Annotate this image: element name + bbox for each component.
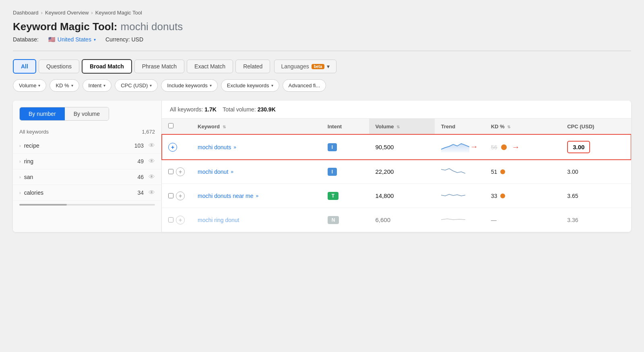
sort-icon[interactable]: ⇅ — [507, 125, 510, 129]
sidebar-item-recipe[interactable]: › recipe 103 👁 — [13, 138, 161, 154]
chevron-right-icon: › — [19, 143, 21, 148]
tab-questions[interactable]: Questions — [39, 60, 79, 73]
content-area: By number By volume All keywords 1,672 ›… — [13, 101, 631, 232]
filter-exclude-keywords[interactable]: Exclude keywords ▾ — [221, 79, 279, 92]
sidebar-item-san[interactable]: › san 46 👁 — [13, 169, 161, 185]
total-volume-label: Total volume: — [223, 106, 256, 113]
trend-sparkline — [441, 214, 465, 225]
summary-bar: All keywords: 1.7K Total volume: 230.9K — [162, 101, 631, 119]
database-selector[interactable]: 🇺🇸 United States ▾ — [48, 36, 96, 43]
sidebar-item-label: recipe — [24, 142, 134, 149]
keyword-text: mochi donut — [198, 169, 228, 175]
sidebar-item-label: san — [24, 174, 138, 180]
filter-include-label: Include keywords — [167, 82, 207, 89]
add-keyword-button[interactable]: + — [176, 167, 185, 176]
tab-related[interactable]: Related — [235, 60, 270, 73]
volume-cell: 90,500 — [369, 134, 435, 160]
trend-sparkline — [441, 189, 465, 201]
trend-cell: → — [435, 134, 485, 160]
tab-phrase-match[interactable]: Phrase Match — [134, 60, 184, 73]
keyword-link[interactable]: mochi ring donut — [198, 217, 315, 223]
th-cpc: CPC (USD) — [561, 119, 631, 134]
tab-broad-match[interactable]: Broad Match — [82, 59, 132, 74]
filter-volume[interactable]: Volume ▾ — [13, 79, 46, 92]
filter-kd[interactable]: KD % ▾ — [50, 79, 79, 92]
chevron-down-icon: ▾ — [38, 83, 40, 88]
chevron-down-icon: ▾ — [271, 83, 273, 88]
filter-cpc[interactable]: CPC (USD) ▾ — [115, 79, 158, 92]
sidebar-scrollbar-thumb[interactable] — [19, 204, 67, 206]
languages-label: Languages — [281, 63, 309, 70]
add-keyword-button[interactable]: + — [176, 216, 185, 224]
volume-cell: 14,800 — [369, 184, 435, 208]
double-arrow-icon: » — [231, 169, 233, 175]
sort-icon[interactable]: ⇅ — [396, 125, 400, 129]
tab-exact-match[interactable]: Exact Match — [187, 60, 233, 73]
add-keyword-button[interactable]: + — [176, 191, 185, 200]
sort-icon[interactable]: ⇅ — [223, 125, 226, 129]
eye-icon[interactable]: 👁 — [149, 173, 155, 181]
chevron-right-icon: › — [19, 175, 21, 179]
intent-cell: I — [321, 134, 369, 160]
row-checkbox-cell: + — [162, 208, 191, 232]
chevron-down-icon: ▾ — [210, 83, 212, 88]
sidebar-item-count: 46 — [137, 174, 144, 180]
filter-advanced[interactable]: Advanced fi... — [283, 79, 326, 92]
row-checkbox[interactable] — [168, 217, 173, 222]
main-container: Dashboard › Keyword Overview › Keyword M… — [0, 0, 644, 352]
breadcrumb-sep-2: › — [91, 10, 93, 16]
filter-include-keywords[interactable]: Include keywords ▾ — [161, 79, 217, 92]
toggle-by-volume[interactable]: By volume — [65, 107, 109, 120]
eye-icon[interactable]: 👁 — [149, 142, 155, 149]
toggle-by-number[interactable]: By number — [20, 107, 65, 120]
double-arrow-icon: » — [256, 193, 259, 199]
table-row: + mochi donut » I 22,200 — [162, 160, 631, 184]
keyword-link[interactable]: mochi donuts near me » — [198, 193, 278, 199]
keyword-cell: mochi donuts near me » — [191, 184, 321, 208]
database-label: Database: — [13, 36, 39, 43]
th-kd: KD % ⇅ — [485, 119, 561, 134]
trend-cell — [435, 184, 485, 208]
filter-exclude-label: Exclude keywords — [227, 82, 269, 89]
tab-all[interactable]: All — [13, 59, 36, 74]
kd-value-strikethrough: 56 — [491, 144, 497, 150]
cpc-value: 3.00 — [567, 169, 578, 175]
eye-icon[interactable]: 👁 — [149, 189, 155, 196]
trend-cell — [435, 160, 485, 184]
intent-cell: T — [321, 184, 369, 208]
intent-cell: N — [321, 208, 369, 232]
kd-dot-icon — [500, 193, 505, 198]
kd-cell: 33 — [485, 184, 561, 208]
breadcrumb-keyword-overview[interactable]: Keyword Overview — [45, 10, 89, 16]
table-body: + mochi donuts » I 90,500 — [162, 134, 631, 232]
select-all-checkbox[interactable] — [168, 123, 173, 128]
keyword-link[interactable]: mochi donuts » — [198, 144, 315, 150]
flag-icon: 🇺🇸 — [48, 36, 55, 43]
red-arrow-icon: → — [512, 142, 520, 152]
th-kd-label: KD % — [491, 124, 505, 130]
table-header: Keyword ⇅ Intent Volume ⇅ Trend — [162, 119, 631, 134]
th-keyword-label: Keyword — [198, 124, 220, 130]
trend-sparkline — [441, 140, 469, 152]
add-keyword-button[interactable]: + — [168, 143, 177, 152]
main-content: All keywords: 1.7K Total volume: 230.9K … — [162, 101, 631, 232]
th-trend-label: Trend — [441, 124, 455, 130]
page-title-label: Keyword Magic Tool: — [13, 21, 118, 33]
row-checkbox[interactable] — [168, 193, 173, 198]
filter-kd-label: KD % — [56, 82, 69, 89]
eye-icon[interactable]: 👁 — [149, 158, 155, 165]
table-row: + mochi donuts » I 90,500 — [162, 134, 631, 160]
breadcrumb-dashboard[interactable]: Dashboard — [13, 10, 39, 16]
row-checkbox[interactable] — [168, 169, 173, 174]
languages-button[interactable]: Languages beta ▾ — [274, 60, 336, 73]
chevron-right-icon: › — [19, 159, 21, 164]
row-checkbox-cell: + — [162, 160, 191, 184]
kd-dot-icon — [501, 144, 507, 150]
sidebar-item-ring[interactable]: › ring 49 👁 — [13, 154, 161, 169]
filter-intent[interactable]: Intent ▾ — [83, 79, 112, 92]
sidebar-all-keywords-label: All keywords — [19, 129, 49, 135]
keyword-link[interactable]: mochi donut » — [198, 169, 315, 175]
th-checkbox — [162, 119, 191, 134]
keyword-cell: mochi donut » — [191, 160, 321, 184]
sidebar-item-calories[interactable]: › calories 34 👁 — [13, 185, 161, 201]
